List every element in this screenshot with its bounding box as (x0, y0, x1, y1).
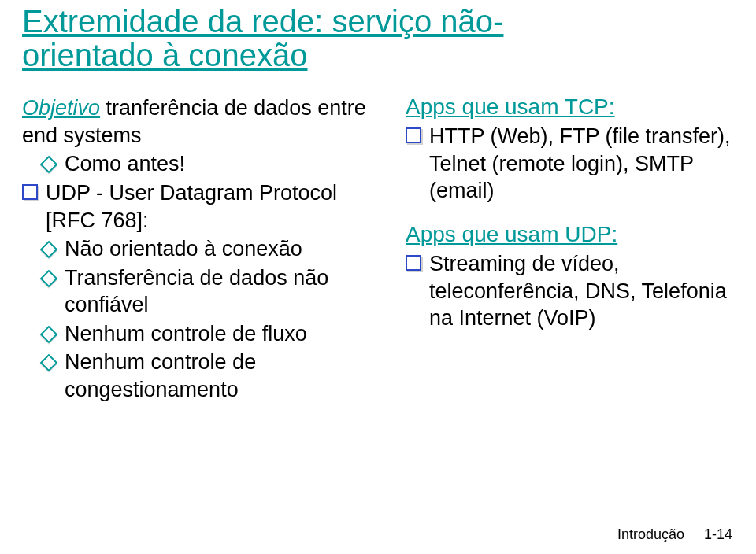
tcp-apps-text: HTTP (Web), FTP (file transfer), Telnet … (429, 123, 734, 205)
slide-title: Extremidade da rede: serviço não- orient… (22, 5, 734, 72)
square-icon (406, 127, 421, 143)
udp-b3-row: Nenhum controle de fluxo (43, 320, 385, 348)
udp-row: UDP - User Datagram Protocol [RFC 768]: (22, 179, 385, 234)
udp-b1-text: Não orientado à conexão (65, 235, 302, 263)
columns: Objetivo tranferência de dados entre end… (22, 94, 734, 404)
como-antes-text: Como antes! (65, 150, 185, 178)
spacer (406, 206, 734, 222)
square-icon (22, 184, 38, 200)
udp-b4-row: Nenhum controle de congestionamento (43, 349, 385, 403)
udp-text: UDP - User Datagram Protocol [RFC 768]: (46, 179, 385, 234)
right-column: Apps que usam TCP: HTTP (Web), FTP (file… (406, 94, 734, 404)
udp-apps-head: Apps que usam UDP: (406, 222, 734, 247)
title-line1: Extremidade da rede: serviço não- (22, 4, 503, 39)
footer-page: 1-14 (704, 526, 732, 542)
left-column: Objetivo tranferência de dados entre end… (22, 94, 385, 404)
diamond-icon (40, 269, 58, 287)
slide: Extremidade da rede: serviço não- orient… (0, 0, 756, 404)
diamond-icon (40, 325, 58, 343)
objective-label: Objetivo (22, 96, 100, 120)
udp-apps-text: Streaming de vídeo, teleconferência, DNS… (429, 250, 734, 332)
udp-b2-row: Transferência de dados não confiável (43, 264, 385, 319)
objective-row: Objetivo tranferência de dados entre end… (22, 94, 385, 149)
title-line2: orientado à conexão (22, 38, 308, 72)
udp-b2-text: Transferência de dados não confiável (65, 264, 385, 319)
footer: Introdução 1-14 (617, 526, 732, 543)
diamond-icon (40, 354, 58, 372)
tcp-apps-row: HTTP (Web), FTP (file transfer), Telnet … (406, 123, 734, 205)
diamond-icon (40, 156, 58, 174)
tcp-apps-head: Apps que usam TCP: (406, 94, 734, 120)
udp-apps-row: Streaming de vídeo, teleconferência, DNS… (406, 250, 734, 332)
udp-b4-text: Nenhum controle de congestionamento (65, 349, 385, 403)
udp-b3-text: Nenhum controle de fluxo (65, 320, 307, 348)
como-antes-row: Como antes! (43, 150, 385, 178)
diamond-icon (40, 241, 58, 259)
udp-b1-row: Não orientado à conexão (43, 235, 385, 263)
objective-text: Objetivo tranferência de dados entre end… (22, 94, 385, 149)
square-icon (406, 255, 421, 271)
footer-label: Introdução (617, 526, 684, 542)
